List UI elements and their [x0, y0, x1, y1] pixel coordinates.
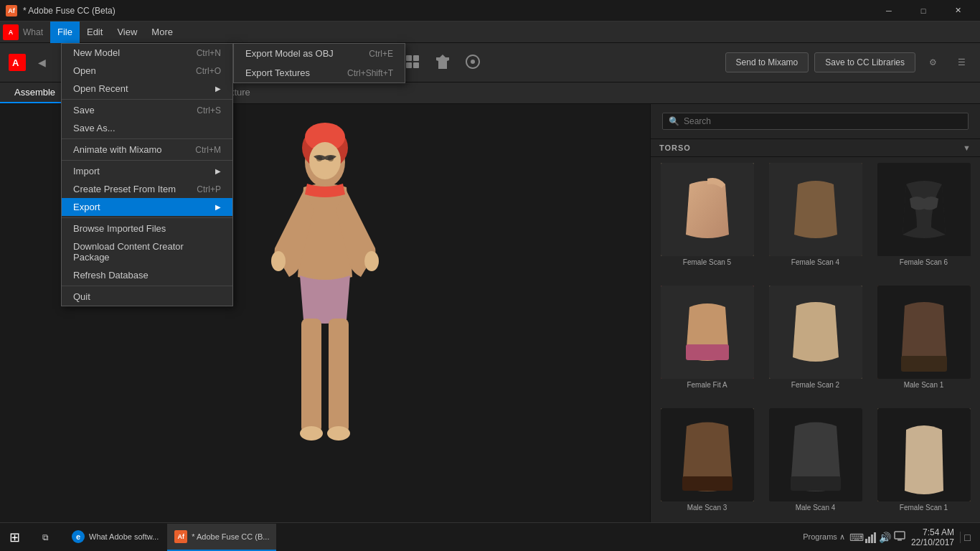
- item-label: Female Scan 1: [900, 504, 948, 512]
- programs-label: Programs ∧: [803, 532, 845, 542]
- settings-icon[interactable]: ⚙: [921, 51, 944, 74]
- close-button[interactable]: ✕: [941, 0, 974, 22]
- menu-separator: [62, 217, 232, 218]
- search-input[interactable]: [684, 116, 962, 126]
- title-bar-controls: ─ □ ✕: [872, 0, 974, 22]
- keyboard-icon[interactable]: ⌨: [851, 532, 862, 543]
- svg-rect-34: [868, 537, 870, 543]
- list-item[interactable]: Female Scan 5: [654, 160, 760, 281]
- items-grid: Female Scan 5 Female Scan 4: [651, 157, 980, 529]
- item-label: Female Scan 6: [900, 258, 948, 266]
- menu-open[interactable]: Open Ctrl+O: [62, 62, 232, 80]
- svg-point-16: [300, 426, 323, 441]
- list-item[interactable]: Female Scan 1: [870, 405, 977, 527]
- submenu-arrow-icon: ▶: [215, 167, 221, 175]
- menu-browse-imported[interactable]: Browse Imported Files: [62, 220, 232, 237]
- search-box: 🔍: [662, 113, 969, 130]
- item-label: Female Scan 4: [791, 258, 839, 266]
- menu-edit[interactable]: Edit: [80, 22, 110, 43]
- svg-point-13: [364, 251, 379, 271]
- menu-refresh-db[interactable]: Refresh Database: [62, 266, 232, 284]
- item-thumbnail: [661, 408, 754, 501]
- tab-texture[interactable]: [460, 50, 486, 75]
- item-thumbnail: [877, 408, 971, 501]
- svg-point-12: [271, 251, 286, 271]
- menu-download-content[interactable]: Download Content Creator Package: [62, 237, 232, 266]
- menu-view[interactable]: View: [110, 22, 144, 43]
- send-to-mixamo-button[interactable]: Send to Mixamo: [725, 52, 809, 72]
- character-model: [232, 104, 418, 507]
- svg-rect-4: [413, 55, 419, 61]
- menu-export[interactable]: Export ▶: [62, 198, 232, 216]
- menu-export-obj[interactable]: Export Model as OBJ Ctrl+E: [234, 44, 405, 63]
- submenu-arrow-icon: ▶: [215, 203, 221, 211]
- task-view-button[interactable]: ⧉: [32, 524, 59, 551]
- menu-separator: [62, 160, 232, 161]
- menu-import[interactable]: Import ▶: [62, 162, 232, 180]
- item-thumbnail: [877, 286, 971, 379]
- collapse-icon[interactable]: ▼: [963, 143, 971, 152]
- what-label: What: [23, 27, 43, 37]
- svg-rect-5: [406, 62, 412, 68]
- menu-open-recent[interactable]: Open Recent ▶: [62, 80, 232, 98]
- nav-back-button[interactable]: ◀: [32, 52, 52, 72]
- subtab-assemble[interactable]: Assemble: [0, 83, 70, 103]
- item-thumbnail: [661, 163, 754, 256]
- menu-new-model[interactable]: New Model Ctrl+N: [62, 44, 232, 62]
- svg-rect-35: [871, 534, 873, 543]
- svg-rect-6: [413, 62, 419, 68]
- show-desktop-button[interactable]: □: [960, 532, 971, 543]
- menu-export-textures[interactable]: Export Textures Ctrl+Shift+T: [234, 63, 405, 83]
- menu-bar: A What File Edit View More: [0, 22, 980, 43]
- volume-icon[interactable]: 🔊: [880, 532, 891, 543]
- item-label: Female Scan 5: [683, 258, 731, 266]
- svg-rect-29: [682, 476, 732, 491]
- item-thumbnail: [769, 163, 862, 256]
- network-icon[interactable]: [865, 532, 877, 543]
- right-panel: 🔍 TORSO ▼: [650, 104, 980, 529]
- minimize-button[interactable]: ─: [872, 0, 905, 22]
- list-item[interactable]: Female Scan 2: [762, 283, 869, 404]
- fuse-task-label: * Adobe Fuse CC (B...: [192, 532, 269, 541]
- list-item[interactable]: Female Fit A: [654, 283, 760, 404]
- list-item[interactable]: Male Scan 1: [870, 283, 977, 404]
- svg-rect-3: [406, 55, 412, 61]
- item-label: Male Scan 3: [687, 504, 727, 512]
- svg-rect-38: [897, 540, 902, 541]
- menu-animate[interactable]: Animate with Mixamo Ctrl+M: [62, 141, 232, 159]
- menu-quit[interactable]: Quit: [62, 288, 232, 306]
- menu-separator: [62, 286, 232, 286]
- list-item[interactable]: Male Scan 4: [762, 405, 869, 527]
- taskbar-item-fuse[interactable]: Af * Adobe Fuse CC (B...: [167, 524, 276, 551]
- app-icon: Af: [6, 5, 17, 17]
- menu-more[interactable]: More: [144, 22, 180, 43]
- file-menu: New Model Ctrl+N Open Ctrl+O Open Recent…: [61, 43, 233, 306]
- svg-point-17: [327, 426, 350, 441]
- taskbar-bottom: ⊞ ⧉ e What Adobe softw... Af * Adobe Fus…: [0, 522, 980, 551]
- svg-point-11: [309, 142, 341, 179]
- save-to-cc-button[interactable]: Save to CC Libraries: [814, 52, 915, 72]
- list-item[interactable]: Male Scan 3: [654, 405, 760, 527]
- svg-rect-33: [865, 539, 867, 543]
- start-button[interactable]: ⊞: [0, 523, 29, 552]
- menu-separator: [62, 138, 232, 139]
- taskbar-item-edge[interactable]: e What Adobe softw...: [65, 524, 166, 551]
- item-thumbnail: [769, 408, 862, 501]
- section-label: TORSO: [659, 143, 691, 152]
- svg-rect-27: [901, 356, 947, 372]
- item-thumbnail: [769, 286, 862, 379]
- hamburger-icon[interactable]: ☰: [950, 51, 973, 74]
- menu-save[interactable]: Save Ctrl+S: [62, 101, 232, 119]
- screen-icon[interactable]: [894, 530, 905, 544]
- title-bar: Af * Adobe Fuse CC (Beta) ─ □ ✕: [0, 0, 980, 22]
- menu-create-preset[interactable]: Create Preset From Item Ctrl+P: [62, 180, 232, 198]
- maximize-button[interactable]: □: [907, 0, 940, 22]
- tab-clothing[interactable]: [430, 50, 456, 75]
- list-item[interactable]: Female Scan 6: [870, 160, 977, 281]
- svg-rect-31: [791, 476, 841, 491]
- taskbar-items: e What Adobe softw... Af * Adobe Fuse CC…: [62, 524, 794, 551]
- menu-save-as[interactable]: Save As...: [62, 119, 232, 137]
- svg-point-7: [471, 60, 475, 64]
- menu-file[interactable]: File: [50, 22, 80, 43]
- list-item[interactable]: Female Scan 4: [762, 160, 869, 281]
